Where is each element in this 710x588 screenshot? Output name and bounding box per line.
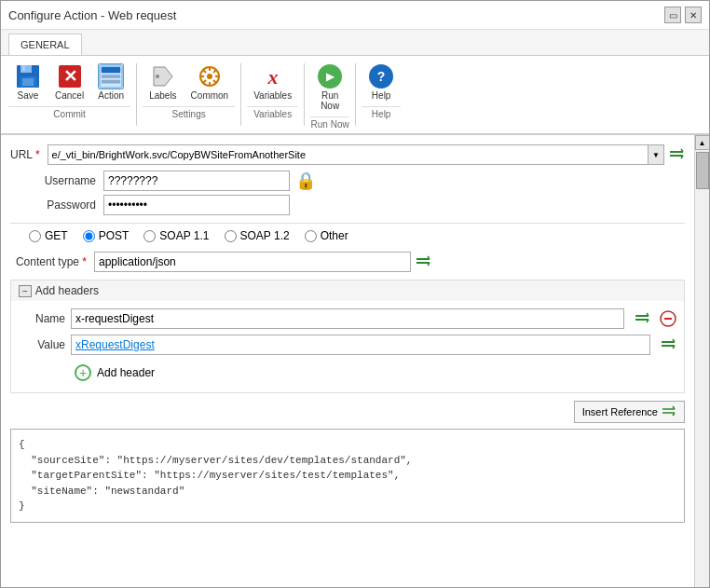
url-label: URL * <box>10 148 40 161</box>
svg-line-21 <box>203 80 206 83</box>
add-header-row: + Add header <box>19 361 676 385</box>
radio-soap11[interactable]: SOAP 1.1 <box>143 229 209 242</box>
common-button[interactable]: Common <box>184 60 236 104</box>
help-button[interactable]: ? Help <box>362 60 401 104</box>
run-now-button[interactable]: ▶ RunNow <box>310 60 349 115</box>
svg-line-20 <box>213 70 216 73</box>
header-value-input[interactable] <box>71 335 650 355</box>
radio-other[interactable]: Other <box>305 229 348 242</box>
password-label: Password <box>29 198 103 212</box>
radio-soap12[interactable]: SOAP 1.2 <box>225 229 290 242</box>
svg-rect-8 <box>102 67 120 74</box>
svg-rect-4 <box>22 78 34 86</box>
radio-soap12-label: SOAP 1.2 <box>240 229 290 242</box>
content-type-eq-icon[interactable] <box>415 253 431 270</box>
radio-post-label: POST <box>99 229 130 242</box>
window-title: Configure Action - Web request <box>8 8 176 22</box>
common-label: Common <box>191 90 229 101</box>
username-row: Username 🔒 <box>29 171 685 191</box>
scroll-thumb[interactable] <box>696 152 709 189</box>
scroll-up-button[interactable]: ▲ <box>695 135 710 150</box>
toolbar-section-run-now: ▶ RunNow Run Now <box>310 60 349 130</box>
username-input[interactable] <box>103 171 290 191</box>
header-remove-icon[interactable] <box>660 310 676 327</box>
variables-label: Variables <box>253 90 292 101</box>
divider-1 <box>136 63 137 126</box>
url-dropdown-button[interactable]: ▼ <box>648 144 664 165</box>
add-header-button[interactable]: + <box>75 364 91 381</box>
title-bar: Configure Action - Web request ▭ ✕ <box>1 1 709 30</box>
run-now-icon: ▶ <box>317 63 343 89</box>
svg-rect-9 <box>102 75 120 78</box>
minimize-button[interactable]: ▭ <box>664 7 681 23</box>
tab-bar: GENERAL <box>1 30 709 56</box>
svg-rect-2 <box>22 65 25 71</box>
commit-section-label: Commit <box>8 106 130 119</box>
svg-text:✕: ✕ <box>62 67 76 86</box>
radio-post-input[interactable] <box>83 230 95 242</box>
radio-other-label: Other <box>321 229 348 242</box>
radio-row: GET POST SOAP 1.1 SOAP 1.2 Other <box>10 229 694 242</box>
run-now-section-label: Run Now <box>310 116 349 130</box>
tab-general[interactable]: GENERAL <box>8 34 82 55</box>
json-body-text: { "sourceSite": "https://myserver/sites/… <box>19 437 676 514</box>
main-window: Configure Action - Web request ▭ ✕ GENER… <box>0 0 710 588</box>
variables-button[interactable]: x Variables <box>247 60 298 104</box>
run-now-label: RunNow <box>321 90 339 111</box>
scrollbar-track: ▲ <box>694 135 709 587</box>
close-button[interactable]: ✕ <box>685 7 702 23</box>
variables-section-label: Variables <box>247 106 298 119</box>
settings-section-label: Settings <box>143 106 235 119</box>
content-type-label: Content type * <box>10 255 94 268</box>
radio-get-input[interactable] <box>29 230 41 242</box>
header-value-label: Value <box>19 338 65 351</box>
run-now-buttons: ▶ RunNow <box>310 60 349 115</box>
headers-content: Name <box>11 301 684 392</box>
labels-button[interactable]: Labels <box>143 60 183 104</box>
svg-point-13 <box>207 74 212 79</box>
help-icon: ? <box>368 63 394 89</box>
radio-get[interactable]: GET <box>29 229 68 242</box>
radio-get-label: GET <box>45 229 68 242</box>
insert-reference-button[interactable]: Insert Reference <box>574 401 685 423</box>
lock-icon: 🔒 <box>295 171 316 191</box>
headers-title[interactable]: − Add headers <box>11 280 684 301</box>
svg-rect-10 <box>102 80 120 84</box>
radio-post[interactable]: POST <box>83 229 130 242</box>
svg-line-19 <box>213 80 216 83</box>
headers-section: − Add headers Name <box>10 280 685 393</box>
labels-label: Labels <box>149 90 176 101</box>
header-name-input[interactable] <box>71 308 624 329</box>
svg-line-18 <box>203 70 206 73</box>
radio-soap12-input[interactable] <box>225 230 237 242</box>
help-label: Help <box>372 90 391 101</box>
radio-soap11-input[interactable] <box>143 230 156 242</box>
labels-icon <box>150 63 176 89</box>
toolbar: Save ✕ Cancel <box>1 56 709 135</box>
header-name-eq-icon[interactable] <box>634 310 650 327</box>
url-eq-icon[interactable] <box>668 146 685 163</box>
cancel-button[interactable]: ✕ Cancel <box>48 60 90 104</box>
action-label: Action <box>98 90 124 101</box>
settings-buttons: Labels <box>143 60 235 104</box>
header-row-1: Name <box>19 308 676 329</box>
password-input[interactable] <box>103 195 290 215</box>
toolbar-section-help: ? Help Help <box>362 60 401 130</box>
insert-ref-row: Insert Reference <box>10 401 694 423</box>
content-type-row: Content type * <box>10 252 694 272</box>
action-button[interactable]: Action <box>91 60 130 104</box>
radio-other-input[interactable] <box>305 230 317 242</box>
content-type-input[interactable] <box>94 252 411 272</box>
cancel-label: Cancel <box>55 90 84 101</box>
svg-rect-1 <box>20 65 32 73</box>
toolbar-section-variables: x Variables Variables <box>247 60 298 130</box>
save-button[interactable]: Save <box>8 60 48 104</box>
commit-buttons: Save ✕ Cancel <box>8 60 130 104</box>
collapse-icon: − <box>19 285 32 297</box>
header-value-eq-icon[interactable] <box>660 336 676 353</box>
radio-soap11-label: SOAP 1.1 <box>159 229 209 242</box>
url-row: URL * ▼ <box>10 144 694 165</box>
url-input[interactable] <box>48 144 648 165</box>
scroll-content: URL * ▼ Username <box>1 135 694 587</box>
username-label: Username <box>29 174 103 187</box>
